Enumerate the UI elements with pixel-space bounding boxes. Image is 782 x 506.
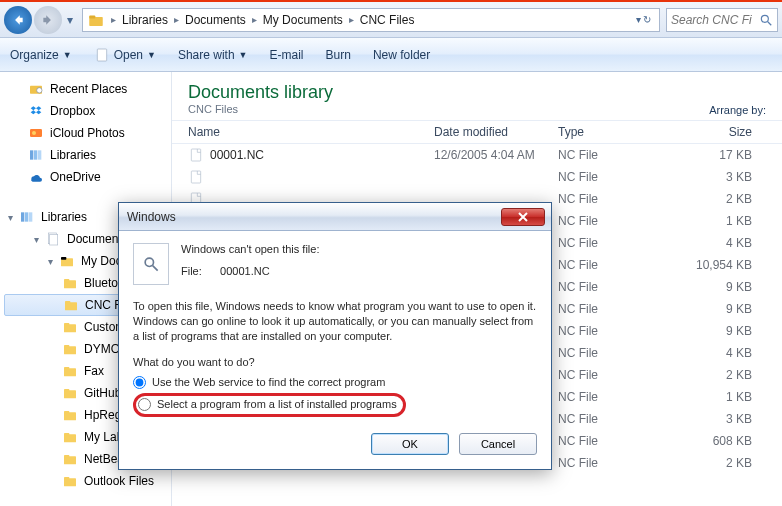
file-size: 608 KB [680, 434, 752, 448]
svg-rect-28 [64, 367, 69, 370]
arrange-by-menu[interactable]: Arrange by: [709, 82, 766, 116]
favorite-item[interactable]: Dropbox [0, 100, 171, 122]
file-size: 2 KB [680, 368, 752, 382]
file-size: 2 KB [680, 456, 752, 470]
arrow-right-icon [41, 13, 55, 27]
dialog-titlebar[interactable]: Windows [119, 203, 551, 231]
expand-icon[interactable]: ▾ [8, 212, 19, 223]
share-menu[interactable]: Share with▼ [178, 48, 248, 62]
file-type: NC File [558, 456, 680, 470]
radio-web[interactable] [133, 376, 146, 389]
radio-list[interactable] [138, 398, 151, 411]
open-button[interactable]: Open▼ [94, 47, 156, 63]
new-folder-button[interactable]: New folder [373, 48, 430, 62]
close-button[interactable] [501, 208, 545, 226]
file-row[interactable]: NC File3 KB [172, 166, 782, 188]
option-program-list[interactable]: Select a program from a list of installe… [138, 398, 397, 411]
file-type: NC File [558, 170, 680, 184]
file-type: NC File [558, 324, 680, 338]
address-bar: ▾ ▸ Libraries▸ Documents▸ My Documents▸ … [0, 2, 782, 38]
file-type: NC File [558, 214, 680, 228]
folder-icon [62, 363, 78, 379]
file-type: NC File [558, 346, 680, 360]
folder-icon [62, 473, 78, 489]
breadcrumb-seg[interactable]: Libraries [118, 13, 172, 27]
col-name[interactable]: Name [188, 125, 434, 139]
favorite-item[interactable]: OneDrive [0, 166, 171, 188]
file-size: 17 KB [680, 148, 752, 162]
libraries-label: Libraries [41, 210, 87, 224]
tree-folder[interactable]: Outlook Files [0, 470, 171, 492]
email-button[interactable]: E-mail [270, 48, 304, 62]
ok-button[interactable]: OK [371, 433, 449, 455]
back-button[interactable] [4, 6, 32, 34]
svg-rect-12 [21, 212, 24, 221]
refresh-button[interactable]: ↻ [643, 14, 651, 25]
favorite-label: Libraries [50, 148, 96, 162]
svg-point-8 [32, 131, 36, 135]
col-type[interactable]: Type [558, 125, 680, 139]
file-size: 1 KB [680, 390, 752, 404]
file-size: 3 KB [680, 412, 752, 426]
forward-button[interactable] [34, 6, 62, 34]
svg-rect-13 [25, 212, 28, 221]
magnifier-page-icon [141, 254, 161, 274]
svg-line-55 [153, 266, 158, 271]
folder-icon [62, 319, 78, 335]
column-headers: Name Date modified Type Size [172, 120, 782, 144]
svg-rect-39 [191, 149, 200, 161]
libraries-icon [28, 147, 44, 163]
option-web-service[interactable]: Use the Web service to find the correct … [133, 376, 537, 389]
folder-icon [59, 253, 75, 269]
folder-label: Outlook Files [84, 474, 154, 488]
col-date[interactable]: Date modified [434, 125, 558, 139]
folder-icon [63, 297, 79, 313]
svg-rect-11 [38, 150, 41, 159]
file-size: 3 KB [680, 170, 752, 184]
search-icon [759, 13, 773, 27]
breadcrumb[interactable]: ▸ Libraries▸ Documents▸ My Documents▸ CN… [82, 8, 660, 32]
file-type: NC File [558, 412, 680, 426]
svg-rect-10 [34, 150, 37, 159]
breadcrumb-seg[interactable]: CNC Files [356, 13, 419, 27]
burn-button[interactable]: Burn [326, 48, 351, 62]
open-with-dialog: Windows Windows can't open this file: Fi… [118, 202, 552, 470]
file-size: 1 KB [680, 214, 752, 228]
folder-icon [62, 407, 78, 423]
svg-rect-20 [64, 279, 69, 282]
folder-icon [62, 451, 78, 467]
col-size[interactable]: Size [680, 125, 752, 139]
file-type: NC File [558, 236, 680, 250]
expand-icon[interactable]: ▾ [34, 234, 45, 245]
search-input[interactable] [671, 13, 759, 27]
svg-rect-24 [64, 323, 69, 326]
folder-icon [62, 341, 78, 357]
documents-icon [45, 231, 61, 247]
libraries-icon [19, 209, 35, 225]
breadcrumb-seg[interactable]: Documents [181, 13, 250, 27]
file-size: 9 KB [680, 324, 752, 338]
library-title: Documents library [188, 82, 709, 103]
svg-rect-26 [64, 345, 69, 348]
expand-icon[interactable]: ▾ [48, 256, 59, 267]
folder-label: GitHub [84, 386, 121, 400]
file-size: 9 KB [680, 302, 752, 316]
svg-point-6 [37, 88, 42, 93]
svg-rect-30 [64, 389, 69, 392]
file-date: 12/6/2005 4:04 AM [434, 148, 558, 162]
file-size: 4 KB [680, 346, 752, 360]
dialog-question: What do you want to do? [133, 356, 537, 368]
history-dropdown[interactable]: ▾ [64, 13, 76, 27]
breadcrumb-seg[interactable]: My Documents [259, 13, 347, 27]
favorite-item[interactable]: Libraries [0, 144, 171, 166]
search-box[interactable] [666, 8, 778, 32]
file-row[interactable]: 00001.NC12/6/2005 4:04 AMNC File17 KB [172, 144, 782, 166]
favorite-item[interactable]: iCloud Photos [0, 122, 171, 144]
command-bar: Organize▼ Open▼ Share with▼ E-mail Burn … [0, 38, 782, 72]
breadcrumb-dropdown[interactable]: ▾ [636, 14, 641, 25]
cancel-button[interactable]: Cancel [459, 433, 537, 455]
file-size: 2 KB [680, 192, 752, 206]
svg-point-54 [145, 258, 153, 266]
organize-menu[interactable]: Organize▼ [10, 48, 72, 62]
favorite-item[interactable]: Recent Places [0, 78, 171, 100]
